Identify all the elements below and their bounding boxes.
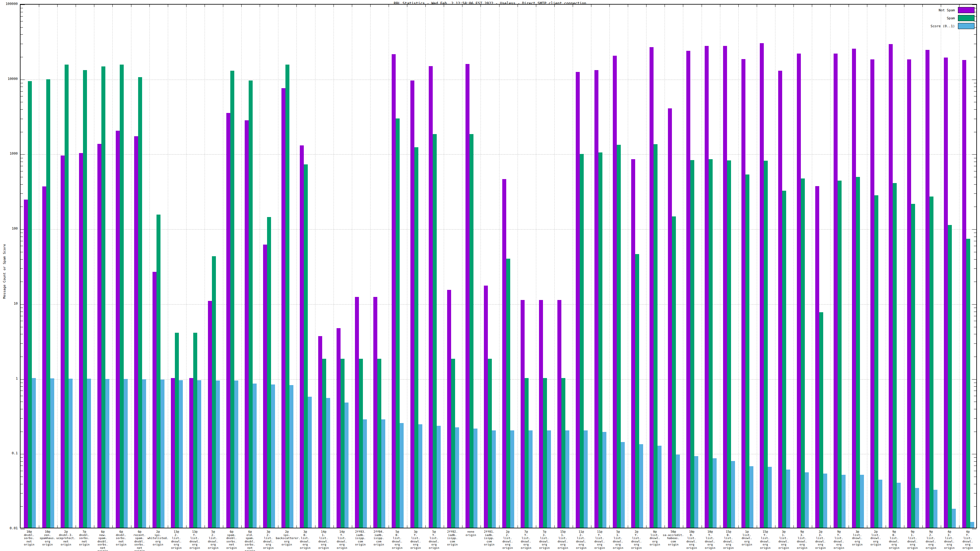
y-minor-tick bbox=[21, 237, 23, 237]
x-top-tick bbox=[775, 5, 775, 7]
bar-score bbox=[547, 430, 551, 528]
y-minor-tick bbox=[21, 493, 23, 494]
x-tick-label-line: origin bbox=[441, 543, 463, 546]
bar-spam bbox=[304, 164, 308, 528]
legend-label: Score (0..1) bbox=[931, 24, 955, 28]
bar-spam bbox=[488, 359, 492, 528]
x-top-tick bbox=[959, 5, 959, 7]
bar-spam bbox=[745, 175, 749, 528]
y-minor-tick bbox=[974, 409, 976, 409]
bar-spam bbox=[156, 214, 161, 528]
y-minor-tick bbox=[974, 91, 976, 92]
y-minor-tick bbox=[974, 171, 976, 171]
bar-score bbox=[492, 430, 496, 528]
y-minor-tick bbox=[21, 461, 23, 462]
bar-score bbox=[915, 488, 919, 528]
x-gridline bbox=[738, 5, 739, 528]
bar-not-spam bbox=[834, 54, 838, 528]
bar-spam bbox=[562, 378, 565, 528]
bar-spam bbox=[433, 134, 437, 528]
y-minor-tick bbox=[974, 44, 976, 44]
plot-area: Not SpamSpamScore (0..1) bbox=[20, 4, 977, 528]
x-top-tick bbox=[941, 5, 941, 7]
x-top-tick bbox=[205, 5, 205, 7]
x-top-tick bbox=[94, 5, 94, 7]
x-gridline bbox=[904, 5, 904, 528]
bar-spam bbox=[727, 160, 731, 528]
x-top-tick bbox=[296, 5, 297, 7]
bar-spam bbox=[414, 147, 418, 528]
x-top-tick bbox=[444, 5, 444, 7]
bar-score bbox=[823, 473, 827, 528]
y-minor-tick bbox=[974, 96, 976, 97]
bar-not-spam bbox=[741, 59, 745, 528]
x-gridline bbox=[168, 5, 168, 528]
x-top-tick bbox=[628, 5, 628, 7]
bar-score bbox=[308, 397, 312, 528]
bar-score bbox=[381, 419, 385, 528]
x-top-tick bbox=[241, 5, 242, 7]
x-gridline bbox=[370, 5, 371, 528]
bar-not-spam bbox=[926, 50, 929, 528]
bar-score bbox=[897, 483, 901, 528]
bar-spam bbox=[83, 70, 87, 528]
x-tick-label-line: isipp. bbox=[441, 537, 463, 540]
y-minor-tick bbox=[974, 102, 976, 102]
y-minor-tick bbox=[21, 308, 23, 308]
y-minor-tick bbox=[21, 409, 23, 409]
bar-not-spam bbox=[520, 300, 525, 528]
legend-item: Spam bbox=[931, 15, 975, 21]
x-top-tick bbox=[683, 5, 683, 7]
legend-item: Score (0..1) bbox=[931, 23, 975, 29]
x-bottom-tick bbox=[517, 525, 518, 528]
x-top-tick bbox=[794, 5, 794, 7]
bar-not-spam bbox=[576, 72, 580, 528]
x-top-tick bbox=[554, 5, 555, 7]
bar-not-spam bbox=[852, 49, 856, 528]
x-gridline bbox=[517, 5, 518, 528]
bar-not-spam bbox=[24, 200, 28, 528]
y-minor-tick bbox=[21, 206, 23, 207]
bar-not-spam bbox=[944, 57, 948, 528]
bar-spam bbox=[838, 181, 842, 528]
x-tick-label-line: origin bbox=[828, 546, 850, 550]
y-minor-tick bbox=[974, 132, 976, 132]
bar-score bbox=[216, 381, 220, 528]
bar-spam bbox=[101, 67, 105, 528]
y-minor-tick bbox=[974, 166, 976, 166]
bar-spam bbox=[230, 71, 234, 528]
x-bottom-tick bbox=[941, 525, 941, 528]
y-minor-tick bbox=[21, 8, 23, 8]
bar-score bbox=[565, 430, 569, 528]
bar-score bbox=[842, 475, 846, 528]
x-gridline bbox=[794, 5, 794, 528]
bar-spam bbox=[396, 119, 400, 528]
bar-spam bbox=[28, 81, 32, 528]
x-top-tick bbox=[830, 5, 830, 7]
x-top-tick bbox=[536, 5, 536, 7]
y-minor-tick bbox=[974, 357, 976, 357]
x-gridline bbox=[941, 5, 941, 528]
bar-not-spam bbox=[245, 120, 249, 528]
y-tick-label: 10000 bbox=[0, 77, 18, 81]
y-minor-tick bbox=[21, 391, 23, 391]
bar-score bbox=[934, 490, 937, 528]
bar-not-spam bbox=[392, 54, 396, 528]
bar-spam bbox=[267, 217, 271, 528]
bar-score bbox=[805, 472, 809, 528]
x-bottom-tick bbox=[683, 525, 683, 528]
x-tick-label-line: origin bbox=[625, 546, 648, 550]
bar-spam bbox=[506, 259, 510, 528]
y-minor-tick bbox=[974, 158, 976, 158]
y-minor-tick bbox=[21, 96, 23, 97]
bar-spam bbox=[469, 134, 474, 528]
bar-score bbox=[326, 398, 330, 528]
y-minor-tick bbox=[21, 34, 23, 35]
bar-score bbox=[105, 379, 109, 528]
y-minor-tick bbox=[21, 44, 23, 44]
bar-spam bbox=[285, 65, 290, 528]
x-bottom-tick bbox=[205, 525, 205, 528]
bar-score bbox=[474, 429, 477, 528]
bar-spam bbox=[138, 77, 142, 528]
y-tick-label: 100 bbox=[0, 227, 18, 230]
